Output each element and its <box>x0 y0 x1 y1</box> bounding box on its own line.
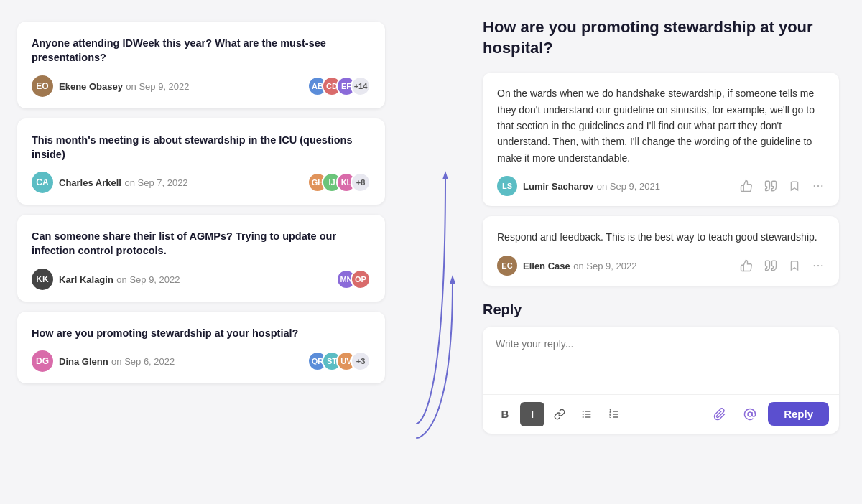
more-icon[interactable] <box>812 259 825 272</box>
italic-button[interactable]: I <box>520 402 544 426</box>
participant-avatar: OP <box>351 269 371 289</box>
comment-card-c1: On the wards when we do handshake stewar… <box>483 73 839 206</box>
svg-point-12 <box>583 414 584 415</box>
svg-point-4 <box>821 185 822 187</box>
connector <box>402 0 460 504</box>
page-title: How are you promoting stewardship at you… <box>483 17 839 58</box>
participant-count-badge: +14 <box>351 76 371 96</box>
more-icon[interactable] <box>812 179 825 192</box>
comment-text: Respond and feedback. This is the best w… <box>497 229 825 245</box>
comment-author: LSLumir Sacharov on Sep 9, 2021 <box>497 176 660 196</box>
bookmark-icon[interactable] <box>789 259 800 272</box>
svg-point-5 <box>814 264 815 266</box>
avatar: CA <box>32 172 53 193</box>
comment-actions <box>740 179 825 192</box>
svg-text:3: 3 <box>609 415 611 419</box>
svg-point-7 <box>821 264 822 266</box>
question-title: How are you promoting stewardship at you… <box>32 326 371 340</box>
like-icon[interactable] <box>740 259 753 272</box>
svg-point-11 <box>583 411 584 412</box>
mention-button[interactable] <box>738 402 762 426</box>
question-title: Can someone share their list of AGMPs? T… <box>32 229 371 258</box>
svg-point-3 <box>817 185 819 187</box>
right-panel: How are you promoting stewardship at you… <box>460 0 862 504</box>
author-name: Dina Glenn on Sep 6, 2022 <box>59 355 175 368</box>
left-panel: Anyone attending IDWeek this year? What … <box>0 0 402 504</box>
quote-icon[interactable] <box>764 259 777 272</box>
comment-text: On the wards when we do handshake stewar… <box>497 85 825 166</box>
avatar: DG <box>32 350 53 372</box>
numbered-list-button[interactable]: 1 2 3 <box>602 402 626 426</box>
svg-point-20 <box>748 412 752 416</box>
reply-section: Reply B I <box>483 302 839 434</box>
card-footer: KKKarl Kalagin on Sep 9, 2022MNOP <box>32 269 371 290</box>
card-footer: EOEkene Obasey on Sep 9, 2022ABCDEF+14 <box>32 75 371 97</box>
participants-group: GHIJKL+8 <box>307 172 371 192</box>
bookmark-icon[interactable] <box>789 179 800 192</box>
bullet-list-button[interactable] <box>575 402 599 426</box>
attachment-button[interactable] <box>708 402 732 426</box>
author-name: Karl Kalagin on Sep 9, 2022 <box>59 273 180 286</box>
card-footer: CACharles Arkell on Sep 7, 2022GHIJKL+8 <box>32 172 371 193</box>
comment-footer: ECEllen Case on Sep 9, 2022 <box>497 256 825 276</box>
avatar: EO <box>32 75 53 97</box>
comment-avatar: LS <box>497 176 517 196</box>
participant-count-badge: +3 <box>351 351 371 371</box>
bold-button[interactable]: B <box>493 402 517 426</box>
comment-author-name: Ellen Case on Sep 9, 2022 <box>523 259 636 272</box>
comment-author: ECEllen Case on Sep 9, 2022 <box>497 256 636 276</box>
question-card-q4[interactable]: How are you promoting stewardship at you… <box>17 312 385 383</box>
participants-group: ABCDEF+14 <box>307 76 371 96</box>
author-name: Charles Arkell on Sep 7, 2022 <box>59 176 188 189</box>
svg-marker-0 <box>442 171 448 179</box>
question-title: This month's meeting is about stewardshi… <box>32 133 371 162</box>
author-name: Ekene Obasey on Sep 9, 2022 <box>59 80 190 93</box>
author-info: CACharles Arkell on Sep 7, 2022 <box>32 172 188 193</box>
comments-container: On the wards when we do handshake stewar… <box>483 73 839 295</box>
comment-footer: LSLumir Sacharov on Sep 9, 2021 <box>497 176 825 196</box>
question-card-q1[interactable]: Anyone attending IDWeek this year? What … <box>17 22 385 108</box>
link-button[interactable] <box>547 402 572 426</box>
reply-submit-button[interactable]: Reply <box>768 402 829 426</box>
comment-author-name: Lumir Sacharov on Sep 9, 2021 <box>523 179 660 192</box>
question-card-q3[interactable]: Can someone share their list of AGMPs? T… <box>17 215 385 302</box>
comment-actions <box>740 259 825 272</box>
svg-point-2 <box>814 185 815 187</box>
like-icon[interactable] <box>740 179 753 192</box>
author-info: DGDina Glenn on Sep 6, 2022 <box>32 350 175 372</box>
card-footer: DGDina Glenn on Sep 6, 2022QRSTUV+3 <box>32 350 371 372</box>
avatar: KK <box>32 269 53 290</box>
question-card-q2[interactable]: This month's meeting is about stewardshi… <box>17 118 385 205</box>
author-info: KKKarl Kalagin on Sep 9, 2022 <box>32 269 180 290</box>
reply-box: B I <box>483 327 839 434</box>
question-title: Anyone attending IDWeek this year? What … <box>32 36 371 65</box>
svg-marker-1 <box>450 275 455 284</box>
comment-card-c2: Respond and feedback. This is the best w… <box>483 216 839 285</box>
participants-group: MNOP <box>336 269 371 289</box>
reply-toolbar: B I <box>483 394 839 434</box>
author-info: EOEkene Obasey on Sep 9, 2022 <box>32 75 190 97</box>
svg-point-13 <box>583 416 584 418</box>
reply-section-title: Reply <box>483 302 839 318</box>
quote-icon[interactable] <box>764 179 777 192</box>
reply-input[interactable] <box>483 327 839 391</box>
participant-count-badge: +8 <box>351 172 371 192</box>
comment-avatar: EC <box>497 256 517 276</box>
main-layout: Anyone attending IDWeek this year? What … <box>0 0 862 504</box>
svg-point-6 <box>817 264 819 266</box>
participants-group: QRSTUV+3 <box>307 351 371 371</box>
toolbar-right: Reply <box>708 402 829 426</box>
